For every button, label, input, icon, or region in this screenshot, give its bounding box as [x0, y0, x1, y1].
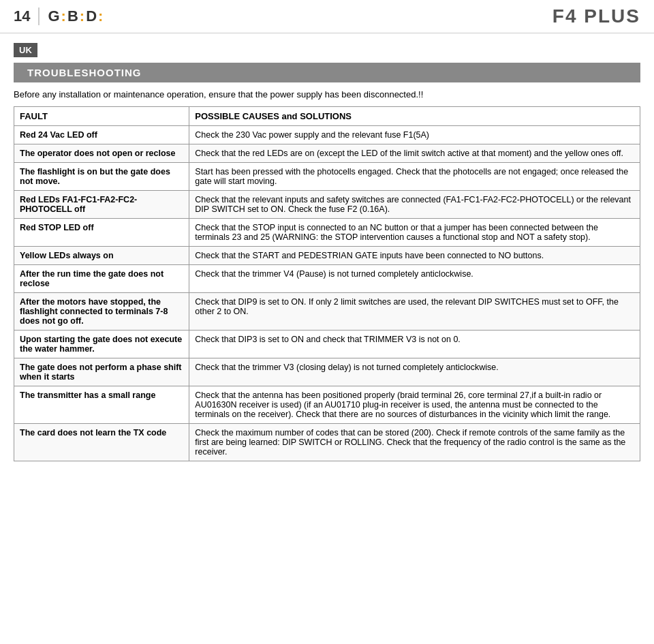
fault-cell: Red 24 Vac LED off [14, 126, 189, 144]
table-row: Red STOP LED offCheck that the STOP inpu… [14, 219, 640, 247]
table-row: Yellow LEDs always onCheck that the STAR… [14, 247, 640, 265]
table-row: The operator does not open or recloseChe… [14, 144, 640, 163]
table-row: Red LEDs FA1-FC1-FA2-FC2-PHOTOCELL offCh… [14, 191, 640, 219]
table-row: After the motors have stopped, the flash… [14, 293, 640, 331]
solution-cell: Check the 230 Vac power supply and the r… [189, 126, 640, 144]
table-row: Red 24 Vac LED offCheck the 230 Vac powe… [14, 126, 640, 144]
fault-column-header: FAULT [14, 107, 189, 126]
solution-cell: Check that DIP9 is set to ON. If only 2 … [189, 293, 640, 331]
intro-text: Before any installation or maintenance o… [0, 89, 654, 106]
solution-cell: Check that the trimmer V4 (Pause) is not… [189, 265, 640, 293]
country-badge: UK [0, 33, 654, 63]
table-row: Upon starting the gate does not execute … [14, 331, 640, 358]
fault-table: FAULT POSSIBLE CAUSES and SOLUTIONS Red … [14, 106, 640, 461]
solution-cell: Check that the trimmer V3 (closing delay… [189, 358, 640, 386]
logo-text: G:B:D: [48, 7, 104, 25]
fault-cell: The gate does not perform a phase shift … [14, 358, 189, 386]
solution-cell: Check that the antenna has been position… [189, 386, 640, 424]
fault-cell: Red LEDs FA1-FC1-FA2-FC2-PHOTOCELL off [14, 191, 189, 219]
solution-cell: Check that the red LEDs are on (except t… [189, 144, 640, 163]
fault-cell: After the motors have stopped, the flash… [14, 293, 189, 331]
fault-cell: The transmitter has a small range [14, 386, 189, 424]
table-row: The flashlight is on but the gate does n… [14, 163, 640, 191]
solution-cell: Check that the STOP input is connected t… [189, 219, 640, 247]
fault-cell: After the run time the gate does not rec… [14, 265, 189, 293]
table-row: After the run time the gate does not rec… [14, 265, 640, 293]
page-number: 14 [14, 7, 40, 25]
section-title: TROUBLESHOOTING [14, 63, 640, 82]
fault-cell: The operator does not open or reclose [14, 144, 189, 163]
table-row: The card does not learn the TX codeCheck… [14, 424, 640, 461]
fault-cell: Yellow LEDs always on [14, 247, 189, 265]
solution-cell: Check that the relevant inputs and safet… [189, 191, 640, 219]
solution-cell: Check that the START and PEDESTRIAN GATE… [189, 247, 640, 265]
table-row: The transmitter has a small rangeCheck t… [14, 386, 640, 424]
header-left: 14 G:B:D: [14, 7, 104, 25]
logo: G:B:D: [48, 7, 104, 25]
model-name: F4 PLUS [552, 5, 640, 27]
fault-cell: The card does not learn the TX code [14, 424, 189, 461]
solution-cell: Start has been pressed with the photocel… [189, 163, 640, 191]
page-header: 14 G:B:D: F4 PLUS [0, 0, 654, 33]
solution-column-header: POSSIBLE CAUSES and SOLUTIONS [189, 107, 640, 126]
solution-cell: Check the maximum number of codes that c… [189, 424, 640, 461]
fault-cell: The flashlight is on but the gate does n… [14, 163, 189, 191]
table-row: The gate does not perform a phase shift … [14, 358, 640, 386]
fault-cell: Red STOP LED off [14, 219, 189, 247]
fault-cell: Upon starting the gate does not execute … [14, 331, 189, 358]
solution-cell: Check that DIP3 is set to ON and check t… [189, 331, 640, 358]
